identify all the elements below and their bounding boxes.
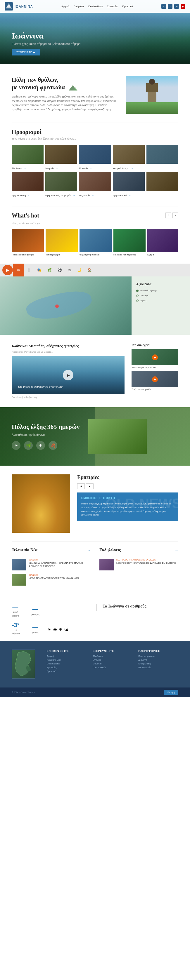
- news-item-1[interactable]: 12/5/2024 ΙΩΑΝΝΙΝΑ: ΑΡΧΑΙΟΛΟΓΙΚΗ ΕΡΕΥΝΑ …: [12, 559, 91, 570]
- news-date-1: 12/5/2024: [29, 559, 91, 561]
- tab-nature[interactable]: 🌿: [45, 264, 55, 277]
- events-divider: [99, 555, 178, 555]
- tab-accommodation-icon: 🏠: [88, 268, 92, 272]
- map-item-2[interactable]: Το Νησί: [136, 294, 185, 297]
- tab-culture[interactable]: 🎭: [34, 264, 45, 277]
- hero-cta-button[interactable]: ΣΥΝΕΧΙΣΤΕ ▶: [12, 49, 40, 56]
- video-sidebar: Στη συνέχεια ▶ Ανακαλύψτε τα μυστικά... …: [131, 344, 178, 398]
- destinations-section: Προορισμοί Τι να κάνεις στα μέρη, δεν ξέ…: [0, 123, 190, 206]
- news-text-1: 12/5/2024 ΙΩΑΝΝΙΝΑ: ΑΡΧΑΙΟΛΟΓΙΚΗ ΕΡΕΥΝΑ …: [29, 559, 91, 570]
- destination-image-7: [45, 172, 77, 191]
- news-item-2[interactable]: 08/5/2024 ΝΕΟΣ ΑΡΧΟΣ ΑΡΧΑΙΟΛΟΓΙΣ ΤΩΝ ΙΩΑ…: [12, 574, 91, 585]
- tab-shopping[interactable]: 🛍: [65, 264, 74, 277]
- destination-item-6[interactable]: Αρχιτεκτονική →: [12, 172, 43, 197]
- twitter-icon[interactable]: t: [168, 4, 172, 9]
- footer-col-1: Επισκεφθείτε Αρχική Γνωρίστε μας Destina…: [47, 649, 87, 679]
- hot-label-2: Τοπική αγορά: [46, 253, 78, 256]
- instagram-icon[interactable]: in: [174, 4, 179, 9]
- events-event-title-1: LES FOCOS THEATRALES DE LA VILLES DU EUR…: [117, 562, 176, 565]
- stats-section: — km² έκταση — φοιτητές -3° C κλίμακα: [0, 598, 190, 641]
- tab-food[interactable]: 🍴: [24, 264, 34, 277]
- video-side-item-1[interactable]: ▶ Ανακαλύψτε τα μυστικά...: [131, 349, 178, 369]
- tabs-map-section: ▶ ⊕ 🍴 🎭 🌿 ⚽ 🛍 🌙 🏠: [0, 264, 190, 335]
- experiences-card: OLD NEWS ΕΜΠΕΙΡΙΕΣ ΣΤΗ ΦΥΣΗ Μπείτε στην …: [77, 493, 178, 521]
- logo[interactable]: ΙΩΑΝΝΙΝΑ: [5, 2, 33, 11]
- hot-prev-button[interactable]: ‹: [166, 213, 171, 218]
- nav-home[interactable]: Αρχική: [61, 5, 69, 8]
- season-summer-icon[interactable]: ☀: [12, 441, 21, 450]
- hot-image-1: [12, 229, 44, 252]
- news-headline-1: ΙΩΑΝΝΙΝΑ: ΑΡΧΑΙΟΛΟΓΙΚΗ ΕΡΕΥΝΑ ΣΤΟ ΠΑΛΑΙΟ…: [29, 562, 91, 568]
- tab-accommodation[interactable]: 🏠: [85, 264, 95, 277]
- hot-next-button[interactable]: ›: [172, 213, 178, 218]
- footer-link-1-3[interactable]: Εμπειρίες: [47, 666, 87, 669]
- destination-item-5[interactable]: [147, 145, 178, 170]
- destination-item-9[interactable]: Αρχαιολογικοί →: [113, 172, 145, 197]
- footer-link-2-0[interactable]: Αξιοθέατα: [93, 655, 133, 657]
- experiences-next-button[interactable]: ►: [86, 484, 94, 489]
- video-play-button[interactable]: ▶: [63, 370, 73, 380]
- footer-link-3-0[interactable]: Πώς να φτάσετε: [138, 655, 178, 657]
- destination-item-1[interactable]: Αξιοθέατα →: [12, 145, 43, 170]
- map-dot-3: [136, 299, 139, 302]
- map-item-1[interactable]: Ιτσκαλέ Περιοχή: [136, 289, 185, 292]
- stats-row-1: — km² έκταση — φοιτητές: [12, 604, 88, 617]
- destination-item-10[interactable]: [147, 172, 178, 197]
- footer-link-3-2[interactable]: Εκδηλώσεις: [138, 662, 178, 665]
- news-view-all[interactable]: →: [87, 549, 91, 553]
- hot-item-4[interactable]: Παράλια και παραλίες: [113, 229, 145, 256]
- hero-overlay: Ιωάννινα Είδα τα χθες και το σήμερα, τα …: [0, 25, 190, 64]
- map-item-3[interactable]: Λίμνη: [136, 299, 185, 302]
- nav-destinations[interactable]: Destinations: [88, 5, 103, 8]
- youtube-icon[interactable]: ▶: [180, 4, 185, 9]
- footer-link-3-3[interactable]: Επικοινωνία: [138, 666, 178, 669]
- tab-active[interactable]: ⊕: [13, 264, 24, 277]
- experiences-prev-button[interactable]: ◄: [77, 484, 85, 489]
- footer-link-1-4[interactable]: Πρακτικά: [47, 670, 87, 673]
- seasons-subtitle: Ανακαλύψτε την Ιωάννινα: [12, 433, 80, 436]
- video-side-play-2[interactable]: ▶: [152, 376, 158, 382]
- hot-item-5[interactable]: Εχέμα: [147, 229, 178, 256]
- destination-item-8[interactable]: Πεζοπορία →: [79, 172, 111, 197]
- nav-experiences[interactable]: Εμπειρίες: [107, 5, 118, 8]
- video-side-play-1[interactable]: ▶: [152, 355, 158, 360]
- events-thumb-1: [99, 559, 114, 570]
- video-player[interactable]: The place to experience everything ▶: [12, 356, 125, 394]
- season-spring-icon[interactable]: 🌿: [24, 441, 33, 450]
- video-side-item-2[interactable]: ▶ Ζωή στην παραλία...: [131, 371, 178, 391]
- hot-item-3[interactable]: Φημισμένη πλατεία: [80, 229, 112, 256]
- facebook-icon[interactable]: f: [161, 4, 166, 9]
- destination-item-7[interactable]: Θρησκευτικός Τουρισμός →: [45, 172, 77, 197]
- tab-nightlife[interactable]: 🌙: [74, 264, 85, 277]
- map-area[interactable]: [0, 277, 131, 335]
- destination-item-2[interactable]: Μνημεία →: [45, 145, 77, 170]
- nav-about[interactable]: Γνωρίστε: [73, 5, 84, 8]
- hot-item-2[interactable]: Τοπική αγορά: [46, 229, 78, 256]
- whats-hot-subtitle: Νέες, καλές και ανάλογα...: [12, 222, 178, 225]
- footer-link-2-2[interactable]: Μουσεία: [93, 662, 133, 665]
- footer-link-2-3[interactable]: Γαστρονομία: [93, 666, 133, 669]
- footer-link-1-1[interactable]: Γνωρίστε μας: [47, 659, 87, 661]
- season-winter-icon[interactable]: ❄: [36, 441, 45, 450]
- events-view-all[interactable]: →: [175, 549, 178, 553]
- weather-cloud-icon: 🌤: [64, 627, 68, 632]
- destination-arrow-6: →: [28, 194, 30, 196]
- footer-link-1-2[interactable]: Destinations: [47, 662, 87, 665]
- destination-image-3: [79, 145, 111, 164]
- nav-practical[interactable]: Πρακτικά: [122, 5, 133, 8]
- stats-row-2: -3° C κλίμακα — φωτιές ☀ 🌧 ❄ 🌤: [12, 622, 88, 635]
- events-item-1[interactable]: LES FOCOS THEATRALES DE LA VILLES LES FO…: [99, 559, 178, 570]
- mountain-icon: [68, 85, 77, 91]
- seasons-section: Πόλος έλξης 365 ημερών Ανακαλύψτε την Ιω…: [0, 407, 190, 466]
- season-autumn-icon[interactable]: 🍂: [48, 441, 57, 450]
- tab-sports[interactable]: ⚽: [55, 264, 65, 277]
- destination-item-3[interactable]: Μουσεία →: [79, 145, 111, 170]
- footer-contact-button[interactable]: Επαφή: [164, 690, 178, 695]
- footer-col-3-title: Πληροφορίες: [138, 649, 178, 652]
- footer-link-1-0[interactable]: Αρχική: [47, 655, 87, 657]
- hot-item-1[interactable]: Παραδοσιακό φαγητό: [12, 229, 44, 256]
- destination-item-4[interactable]: Ιστορικό Κέντρο →: [113, 145, 145, 170]
- tabs-play-button[interactable]: ▶: [2, 265, 13, 275]
- footer-link-3-1[interactable]: Διαμονή: [138, 659, 178, 661]
- footer-link-2-1[interactable]: Μνημεία: [93, 659, 133, 661]
